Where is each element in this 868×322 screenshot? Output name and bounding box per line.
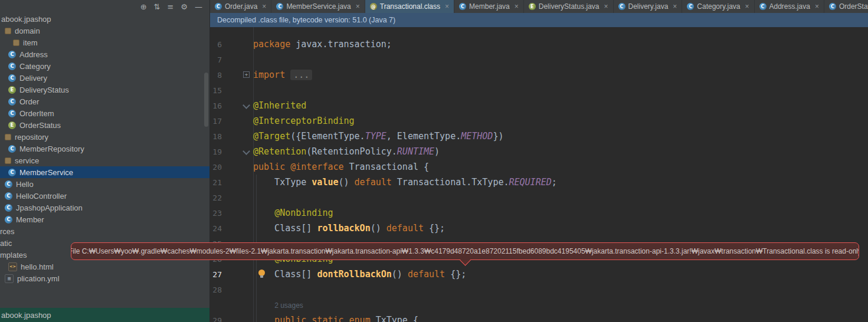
- tree-item-abook-jpashop[interactable]: abook.jpashop: [0, 13, 209, 25]
- fold-marker-icon[interactable]: [243, 101, 250, 109]
- class-icon: C: [8, 145, 16, 153]
- tab-label: Transactional.class: [380, 2, 440, 11]
- line-number: 6: [210, 40, 222, 49]
- tree-item-delivery[interactable]: CDelivery: [0, 72, 209, 84]
- code-line-text: import ...: [253, 70, 312, 80]
- close-icon[interactable]: ×: [745, 2, 749, 11]
- close-icon[interactable]: ×: [604, 2, 608, 11]
- code-line: 27 Class[] dontRollbackOn() default {};: [210, 267, 868, 282]
- tab-deliverystatus-java[interactable]: EDeliveryStatus.java×: [524, 0, 614, 13]
- gutter-fold-column: +: [222, 67, 253, 83]
- tab-label: DeliveryStatus.java: [539, 2, 600, 11]
- tree-item-label: Delivery: [19, 74, 47, 83]
- tree-item-order[interactable]: COrder: [0, 96, 209, 107]
- tree-item-deliverystatus[interactable]: EDeliveryStatus: [0, 84, 209, 96]
- tree-item-service[interactable]: service: [0, 155, 209, 166]
- gutter-fold-column: [222, 83, 253, 98]
- close-icon[interactable]: ×: [445, 2, 449, 11]
- tree-item-member[interactable]: CMember: [0, 213, 209, 225]
- line-number: 18: [210, 132, 222, 141]
- tree-item-memberrepository[interactable]: CMemberRepository: [0, 143, 209, 155]
- tree-item-label: rces: [0, 227, 15, 236]
- tree-item-label: OrderStatus: [19, 121, 61, 130]
- close-icon[interactable]: ×: [356, 2, 360, 11]
- annotation-icon: @: [370, 3, 377, 10]
- tree-item-item[interactable]: item: [0, 37, 209, 48]
- tab-delivery-java[interactable]: CDelivery.java×: [614, 0, 683, 13]
- code-line: 18@Target({ElementType.TYPE, ElementType…: [210, 129, 868, 144]
- gutter-fold-column: [222, 52, 253, 67]
- tree-item-jpabook-jpashop-test[interactable]: abook.jpashop: [0, 308, 209, 322]
- tree-scrollbar[interactable]: [204, 73, 208, 127]
- collapse-all-icon[interactable]: ≡: [167, 3, 173, 11]
- line-number: 20: [210, 163, 222, 172]
- tree-item-label: atic: [0, 239, 12, 248]
- close-icon[interactable]: ×: [262, 2, 266, 11]
- tree-item-plication-yml[interactable]: ≡plication.yml: [0, 272, 209, 284]
- tab-address-java[interactable]: CAddress.java×: [755, 0, 824, 13]
- tree-item-label: DeliveryStatus: [19, 86, 69, 94]
- tree-item-domain[interactable]: domain: [0, 25, 209, 37]
- line-number: 29: [210, 316, 222, 322]
- gutter-fold-column: [222, 37, 253, 52]
- class-icon: C: [5, 216, 12, 224]
- tab-orderstat[interactable]: COrderStat×: [824, 0, 868, 13]
- tab-order-java[interactable]: COrder.java×: [210, 0, 271, 13]
- yaml-icon: ≡: [5, 274, 14, 283]
- enum-icon: E: [8, 86, 16, 94]
- fold-marker-icon[interactable]: +: [243, 71, 250, 78]
- tab-category-java[interactable]: CCategory.java×: [682, 0, 754, 13]
- code-line-text: public static enum TxType {: [253, 315, 418, 322]
- tree-item-hello-html[interactable]: <>hello.html: [0, 261, 209, 272]
- code-line: 21 TxType value() default Transactional.…: [210, 175, 868, 190]
- code-line: 7: [210, 52, 868, 67]
- tree-item-label: MemberService: [19, 168, 73, 177]
- code-line-text: @Nonbinding: [253, 208, 333, 218]
- tree-item-orderstatus[interactable]: EOrderStatus: [0, 119, 209, 131]
- code-line-text: 2 usages: [253, 300, 303, 310]
- class-icon: C: [459, 3, 466, 10]
- line-number: 7: [210, 55, 222, 64]
- code-area[interactable]: 6package javax.transaction;78+import ...…: [210, 27, 868, 322]
- code-line: 8+import ...: [210, 67, 868, 83]
- intention-bulb-icon[interactable]: [258, 270, 265, 276]
- tree-item-hellocontroller[interactable]: CHelloController: [0, 190, 209, 202]
- class-icon: C: [8, 169, 16, 176]
- tab-memberservice-java[interactable]: CMemberService.java×: [271, 0, 365, 13]
- tree-item-rces[interactable]: rces: [0, 225, 209, 237]
- tree-item-hello[interactable]: CHello: [0, 178, 209, 190]
- code-line: 20public @interface Transactional {: [210, 159, 868, 175]
- class-icon: C: [829, 3, 836, 10]
- close-icon[interactable]: ×: [515, 2, 519, 11]
- gutter-fold-column: [222, 297, 253, 313]
- tree-item-memberservice[interactable]: CMemberService: [0, 166, 209, 178]
- expand-all-icon[interactable]: ⇅: [154, 3, 161, 11]
- settings-gear-icon[interactable]: ⚙: [181, 3, 188, 11]
- gutter-fold-column: [222, 144, 253, 159]
- hide-panel-icon[interactable]: —: [195, 3, 202, 11]
- class-icon: C: [5, 204, 12, 212]
- project-toolbar: ⊕⇅≡⚙—: [0, 0, 209, 13]
- fold-marker-icon[interactable]: [243, 147, 250, 155]
- gutter-fold-column: [222, 175, 253, 190]
- tree-item-repository[interactable]: repository: [0, 131, 209, 143]
- decompiled-banner-text: Decompiled .class file, bytecode version…: [217, 16, 395, 24]
- close-icon[interactable]: ×: [815, 2, 819, 11]
- class-icon: C: [215, 3, 222, 10]
- line-number: 15: [210, 86, 222, 95]
- tree-item-category[interactable]: CCategory: [0, 60, 209, 72]
- class-icon: C: [8, 110, 16, 117]
- tree-item-jpashopapplication[interactable]: CJpashopApplication: [0, 202, 209, 213]
- code-line: 17@InterceptorBinding: [210, 113, 868, 129]
- locate-file-icon[interactable]: ⊕: [140, 3, 147, 11]
- tab-member-java[interactable]: CMember.java×: [454, 0, 524, 13]
- code-line: 22: [210, 190, 868, 205]
- tab-transactional-class[interactable]: @Transactional.class×: [365, 0, 454, 13]
- line-number: 28: [210, 285, 222, 294]
- tree-item-orderitem[interactable]: COrderItem: [0, 107, 209, 119]
- tree-item-label: Address: [19, 50, 48, 59]
- tree-item-address[interactable]: CAddress: [0, 48, 209, 60]
- close-icon[interactable]: ×: [673, 2, 677, 11]
- tree-item-label: Member: [16, 215, 44, 224]
- gutter-fold-column: [222, 313, 253, 322]
